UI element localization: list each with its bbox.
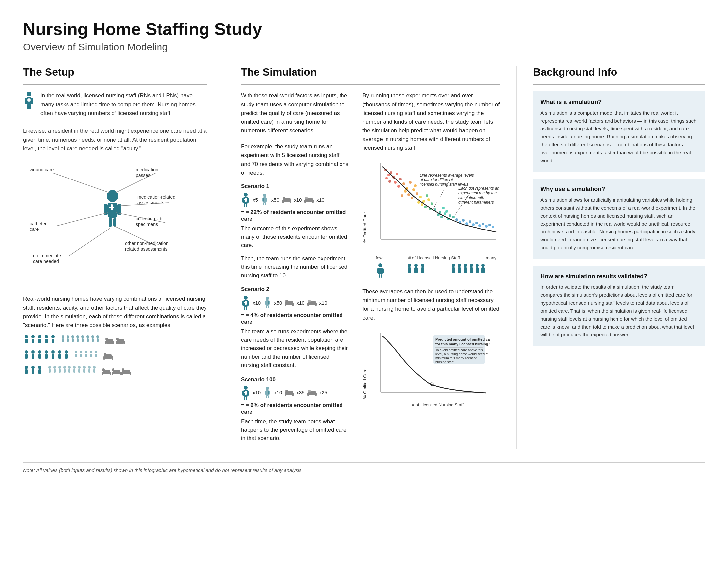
svg-point-214 — [402, 182, 405, 185]
svg-point-233 — [431, 202, 433, 205]
svg-point-223 — [416, 192, 418, 195]
svg-rect-3 — [31, 98, 33, 104]
svg-rect-103 — [38, 369, 41, 374]
scenario-1-nurses: x10 — [294, 197, 302, 203]
svg-rect-73 — [32, 354, 34, 359]
setup-text-3: Real-world nursing homes have varying co… — [23, 295, 207, 330]
svg-text:Predicted amount of omitted ca: Predicted amount of omitted care — [435, 338, 490, 342]
svg-rect-51 — [72, 339, 74, 342]
svg-rect-267 — [377, 268, 379, 273]
svg-rect-266 — [378, 267, 383, 274]
svg-rect-126 — [110, 372, 111, 375]
svg-rect-63 — [105, 341, 106, 345]
svg-line-33 — [69, 227, 111, 256]
svg-point-219 — [404, 190, 407, 193]
svg-point-144 — [263, 194, 266, 197]
svg-point-50 — [71, 336, 74, 338]
svg-point-253 — [485, 225, 488, 227]
svg-rect-68 — [124, 341, 125, 345]
svg-rect-269 — [379, 274, 380, 277]
svg-point-136 — [244, 193, 248, 197]
svg-rect-276 — [421, 267, 424, 273]
svg-point-250 — [475, 221, 478, 224]
svg-text:Each dot represents an: Each dot represents an — [458, 186, 499, 191]
svg-point-228 — [421, 203, 423, 206]
svg-point-225 — [419, 196, 422, 198]
svg-point-158 — [244, 296, 248, 300]
scenario-1-result: = = 22% of residents encounter omitted c… — [241, 209, 349, 222]
svg-rect-2 — [25, 98, 27, 104]
svg-text:passes: passes — [136, 172, 150, 178]
svg-rect-272 — [408, 267, 411, 273]
svg-rect-4 — [27, 105, 29, 109]
page-header: Nursing Home Staffing Study Overview of … — [23, 20, 705, 53]
svg-rect-39 — [32, 339, 34, 344]
svg-point-251 — [478, 224, 481, 227]
svg-point-116 — [78, 366, 81, 369]
main-layout: The Setup In the real world, licensed nu… — [23, 66, 705, 449]
setup-text-1: In the real world, licensed nursing staf… — [40, 91, 207, 117]
svg-point-52 — [76, 336, 79, 338]
svg-rect-184 — [244, 397, 245, 400]
scenario-1-note: The outcome of this experiment shows man… — [241, 224, 349, 250]
svg-point-72 — [31, 351, 35, 354]
svg-rect-195 — [285, 393, 286, 397]
svg-rect-148 — [263, 203, 264, 205]
svg-rect-147 — [266, 198, 267, 202]
svg-rect-190 — [265, 391, 266, 395]
svg-rect-91 — [90, 354, 92, 357]
scenario-2-result: = = 4% of residents encounter omitted ca… — [241, 312, 349, 325]
svg-rect-138 — [242, 198, 244, 203]
svg-rect-268 — [382, 268, 384, 273]
svg-point-188 — [266, 387, 269, 390]
scenario-2-nurses: x10 — [296, 300, 304, 306]
svg-text:simulation with: simulation with — [458, 195, 484, 200]
svg-rect-113 — [68, 369, 70, 373]
svg-text:collecting lab: collecting lab — [136, 216, 162, 221]
svg-text:To avoid omitted care above th: To avoid omitted care above this — [435, 349, 483, 352]
svg-rect-81 — [58, 354, 61, 359]
svg-point-247 — [465, 222, 468, 225]
scatter-y-label: % Omitted Care — [362, 170, 367, 243]
background-column: Background Info What is a simulation? A … — [517, 66, 705, 449]
svg-point-255 — [492, 225, 494, 228]
curve-chart-svg: Predicted amount of omitted care for thi… — [371, 330, 490, 402]
svg-rect-117 — [78, 369, 80, 373]
svg-rect-139 — [247, 198, 249, 203]
scenario-1-block: Scenario 1 x5 x50 x10 x10 = = 22% of res… — [241, 183, 349, 279]
svg-point-44 — [51, 335, 55, 339]
scenario-2-note: The team also runs experiments where the… — [241, 327, 349, 370]
curve-y-label: % Omitted Care — [362, 333, 367, 399]
svg-rect-168 — [265, 301, 266, 305]
svg-rect-149 — [265, 203, 266, 205]
svg-rect-152 — [290, 200, 291, 203]
svg-rect-5 — [29, 105, 31, 109]
svg-point-38 — [31, 335, 35, 339]
svg-point-287 — [481, 263, 485, 267]
svg-rect-280 — [458, 267, 461, 273]
svg-rect-143 — [244, 199, 247, 200]
svg-point-281 — [464, 263, 467, 267]
svg-rect-89 — [85, 354, 87, 357]
svg-point-42 — [45, 335, 48, 339]
svg-point-86 — [80, 351, 82, 353]
svg-point-211 — [394, 181, 397, 184]
page-subtitle: Overview of Simulation Modeling — [23, 41, 705, 53]
svg-point-229 — [424, 206, 427, 208]
svg-point-110 — [63, 366, 66, 369]
svg-rect-37 — [25, 339, 28, 344]
svg-rect-129 — [112, 372, 113, 375]
svg-text:medication-related: medication-related — [137, 194, 175, 200]
svg-rect-109 — [59, 369, 61, 373]
svg-line-16 — [53, 173, 109, 193]
svg-point-90 — [90, 351, 92, 353]
svg-rect-141 — [246, 204, 247, 207]
svg-rect-125 — [102, 372, 103, 375]
svg-rect-130 — [120, 372, 121, 375]
setup-text-2: Likewise, a resident in the real world m… — [23, 127, 207, 153]
svg-point-197 — [285, 390, 288, 393]
svg-rect-96 — [112, 356, 113, 360]
svg-rect-162 — [244, 307, 245, 310]
bg-card-3-text: In order to validate the results of a si… — [540, 283, 698, 339]
scenario-100-staff: x10 — [253, 390, 261, 396]
